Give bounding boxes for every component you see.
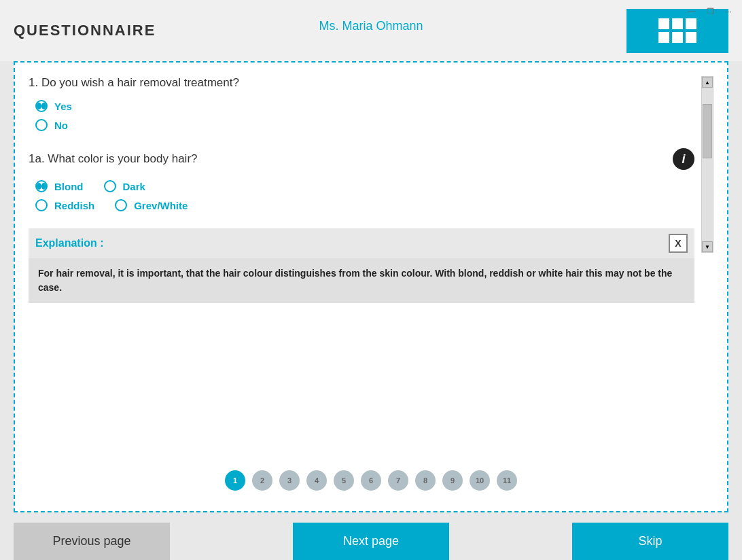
restore-button[interactable]: ❐ xyxy=(703,5,718,18)
question-1-options: Yes No xyxy=(29,100,694,131)
radio-row-1: Blond Dark xyxy=(35,180,694,192)
option-no-label: No xyxy=(54,120,68,131)
more-button[interactable]: ··· xyxy=(722,5,735,18)
question-1a-title: 1a. What color is your body hair? i xyxy=(29,148,694,170)
page-button-11[interactable]: 11 xyxy=(497,470,517,491)
pagination: 1 2 3 4 5 6 7 8 9 10 11 xyxy=(29,457,713,497)
question-1a: 1a. What color is your body hair? i Blon… xyxy=(29,148,694,211)
explanation-text: For hair removal, it is important, that … xyxy=(29,258,694,303)
window-controls: — ❐ ··· xyxy=(684,5,735,18)
scrollbar-thumb[interactable] xyxy=(703,104,712,158)
question-1-title: 1. Do you wish a hair removal treatment? xyxy=(29,76,694,90)
radio-yes[interactable] xyxy=(35,100,48,112)
header: QUESTIONNAIRE Ms. Maria Ohmann xyxy=(0,0,742,61)
option-no[interactable]: No xyxy=(35,119,694,131)
radio-reddish[interactable] xyxy=(35,199,48,211)
page-button-2[interactable]: 2 xyxy=(252,470,272,491)
page-button-10[interactable]: 10 xyxy=(470,470,490,491)
bottom-nav: Previous page Next page Skip xyxy=(0,512,742,560)
option-yes[interactable]: Yes xyxy=(35,100,694,112)
explanation-close-button[interactable]: X xyxy=(669,234,688,253)
scrollbar[interactable]: ▲ ▼ xyxy=(701,76,713,253)
page-button-7[interactable]: 7 xyxy=(388,470,408,491)
questions-area: 1. Do you wish a hair removal treatment?… xyxy=(29,76,701,457)
radio-row-2: Reddish Grev/White xyxy=(35,199,694,211)
content-wrapper: 1. Do you wish a hair removal treatment?… xyxy=(29,76,713,457)
skip-button[interactable]: Skip xyxy=(572,523,728,560)
option-dark-label: Dark xyxy=(123,181,145,192)
info-icon[interactable]: i xyxy=(673,148,694,170)
minimize-button[interactable]: — xyxy=(684,5,699,18)
option-grey-white-label: Grev/White xyxy=(134,200,188,211)
page-button-3[interactable]: 3 xyxy=(279,470,300,491)
option-dark[interactable]: Dark xyxy=(104,180,145,192)
question-1a-text: 1a. What color is your body hair? xyxy=(29,152,198,166)
next-page-button[interactable]: Next page xyxy=(293,523,449,560)
radio-dark[interactable] xyxy=(104,180,116,192)
radio-no[interactable] xyxy=(35,119,48,131)
grid-icon xyxy=(658,18,696,43)
option-blond-label: Blond xyxy=(54,181,84,192)
option-reddish-label: Reddish xyxy=(54,200,94,211)
scrollbar-up-arrow[interactable]: ▲ xyxy=(702,77,713,88)
option-yes-label: Yes xyxy=(54,101,72,112)
page-button-8[interactable]: 8 xyxy=(415,470,436,491)
main-content: 1. Do you wish a hair removal treatment?… xyxy=(14,61,728,512)
radio-grey-white[interactable] xyxy=(115,199,127,211)
scrollbar-down-arrow[interactable]: ▼ xyxy=(702,241,713,252)
option-reddish[interactable]: Reddish xyxy=(35,199,94,211)
explanation-box: Explanation : X For hair removal, it is … xyxy=(29,228,694,303)
radio-blond[interactable] xyxy=(35,180,48,192)
question-1a-options: Blond Dark Reddish xyxy=(29,180,694,211)
option-grey-white[interactable]: Grev/White xyxy=(115,199,188,211)
page-button-1[interactable]: 1 xyxy=(225,470,245,491)
user-name: Ms. Maria Ohmann xyxy=(319,19,423,33)
app-title: QUESTIONNAIRE xyxy=(14,22,156,39)
option-blond[interactable]: Blond xyxy=(35,180,84,192)
page-button-6[interactable]: 6 xyxy=(361,470,381,491)
explanation-label: Explanation : xyxy=(35,237,103,249)
question-1-text: 1. Do you wish a hair removal treatment? xyxy=(29,76,239,90)
page-button-5[interactable]: 5 xyxy=(334,470,354,491)
page-button-4[interactable]: 4 xyxy=(306,470,327,491)
page-button-9[interactable]: 9 xyxy=(442,470,463,491)
prev-page-button[interactable]: Previous page xyxy=(14,523,170,560)
explanation-header: Explanation : X xyxy=(29,228,694,258)
question-1: 1. Do you wish a hair removal treatment?… xyxy=(29,76,694,131)
